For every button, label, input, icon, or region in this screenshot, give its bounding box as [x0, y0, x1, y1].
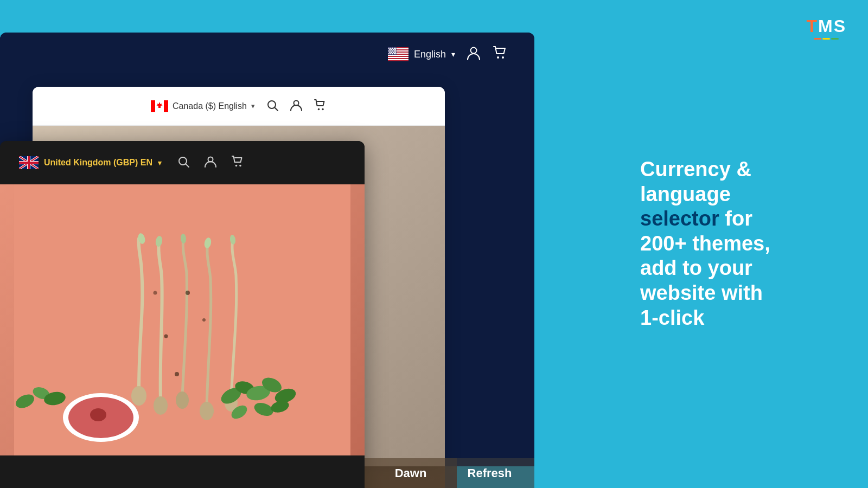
- mid-lang-chevron: ▾: [251, 102, 255, 110]
- svg-point-79: [186, 291, 190, 295]
- svg-point-11: [390, 48, 391, 49]
- svg-point-55: [131, 386, 146, 406]
- svg-point-29: [390, 53, 391, 54]
- mid-lang-label: Canada ($) English: [173, 101, 247, 111]
- mid-lang-selector[interactable]: Canada ($) English ▾: [151, 100, 255, 112]
- svg-point-52: [235, 165, 238, 167]
- window-mid-navbar: Canada ($) English ▾: [33, 87, 445, 126]
- svg-point-24: [389, 52, 390, 53]
- back-lang-chevron: ▾: [451, 50, 455, 59]
- svg-point-56: [154, 396, 168, 415]
- svg-rect-7: [388, 57, 409, 58]
- back-user-icon[interactable]: [466, 45, 481, 64]
- svg-point-82: [175, 372, 179, 376]
- svg-rect-6: [388, 55, 409, 56]
- highlight-selector: selector: [640, 208, 719, 230]
- svg-point-13: [394, 48, 395, 49]
- mid-cart-icon[interactable]: [314, 99, 327, 114]
- svg-point-44: [322, 108, 324, 110]
- svg-point-28: [388, 53, 390, 54]
- svg-point-58: [200, 402, 214, 420]
- svg-point-26: [393, 52, 394, 53]
- tms-m: M: [818, 16, 834, 36]
- svg-point-16: [391, 49, 392, 50]
- tms-s: S: [834, 16, 846, 36]
- svg-point-18: [394, 49, 395, 50]
- underline-green: [831, 38, 839, 40]
- tms-t: T: [806, 16, 818, 36]
- svg-point-17: [393, 49, 394, 50]
- svg-rect-37: [151, 100, 155, 112]
- svg-point-53: [239, 165, 241, 167]
- svg-line-50: [186, 164, 189, 168]
- svg-rect-8: [388, 59, 409, 60]
- dawn-theme-label: Dawn: [395, 466, 427, 480]
- svg-rect-38: [164, 100, 168, 112]
- svg-point-25: [391, 52, 392, 53]
- marketing-text: Currency & language selector for 200+ th…: [640, 157, 835, 330]
- back-lang-label: English: [414, 49, 446, 60]
- back-lang-selector[interactable]: English ▾: [388, 47, 455, 61]
- svg-point-80: [164, 335, 168, 338]
- front-search-icon[interactable]: [177, 155, 190, 170]
- window-front: United Kingdom (GBP) EN ▾: [0, 141, 365, 488]
- svg-point-83: [154, 291, 157, 295]
- svg-point-27: [394, 52, 395, 53]
- refresh-label-area: Refresh: [445, 458, 534, 488]
- mid-search-icon[interactable]: [266, 99, 279, 114]
- tms-logo: TMS: [806, 16, 846, 40]
- front-cart-icon[interactable]: [231, 155, 244, 170]
- svg-point-22: [394, 50, 395, 52]
- mid-user-icon[interactable]: [290, 99, 303, 114]
- front-lang-chevron: ▾: [158, 159, 162, 167]
- svg-point-23: [395, 50, 396, 52]
- front-lang-selector[interactable]: United Kingdom (GBP) EN ▾: [19, 156, 162, 169]
- underline-yellow: [822, 38, 830, 40]
- tms-logo-underline: [814, 38, 839, 40]
- uk-flag-icon: [19, 156, 39, 169]
- us-flag-icon: [388, 47, 409, 61]
- marketing-headline: Currency & language selector for 200+ th…: [640, 157, 835, 330]
- svg-point-21: [392, 50, 393, 52]
- svg-point-67: [90, 408, 106, 421]
- svg-point-33: [471, 47, 477, 53]
- browser-stack: English ▾: [0, 33, 537, 488]
- svg-line-41: [275, 107, 278, 111]
- front-lang-label: United Kingdom (GBP) EN: [44, 158, 152, 168]
- svg-point-57: [176, 391, 189, 409]
- svg-point-30: [392, 53, 393, 54]
- tms-logo-letters: TMS: [806, 16, 846, 36]
- refresh-theme-label: Refresh: [468, 466, 512, 480]
- svg-point-43: [318, 108, 320, 110]
- svg-point-34: [497, 56, 499, 59]
- window-back-navbar: English ▾: [0, 33, 534, 76]
- svg-point-15: [389, 49, 390, 50]
- svg-point-35: [502, 56, 504, 59]
- svg-point-14: [395, 48, 396, 49]
- svg-point-32: [395, 53, 396, 54]
- window-front-navbar: United Kingdom (GBP) EN ▾: [0, 141, 365, 184]
- svg-point-10: [388, 48, 390, 49]
- svg-point-12: [392, 48, 393, 49]
- svg-point-20: [390, 50, 391, 52]
- back-cart-icon[interactable]: [492, 45, 507, 64]
- food-image-content: [0, 184, 365, 455]
- svg-point-19: [388, 50, 390, 52]
- food-image-area: [0, 184, 365, 455]
- dawn-label-area: Dawn: [365, 458, 457, 488]
- underline-orange: [814, 38, 821, 40]
- front-user-icon[interactable]: [204, 155, 217, 170]
- svg-point-31: [394, 53, 395, 54]
- svg-point-81: [202, 318, 206, 322]
- canada-flag-icon: [151, 100, 168, 112]
